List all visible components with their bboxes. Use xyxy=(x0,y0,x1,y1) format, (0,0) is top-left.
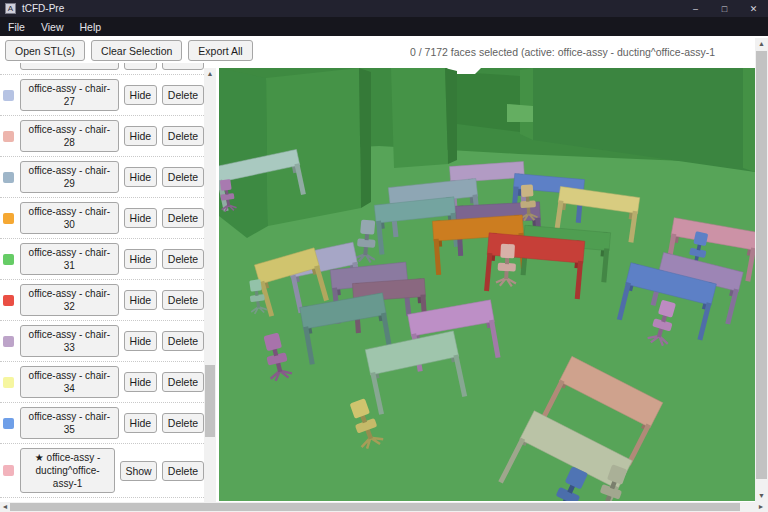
part-name-button[interactable]: office-assy - chair-30 xyxy=(20,202,119,234)
close-button[interactable]: ✕ xyxy=(739,0,768,17)
delete-button[interactable]: Delete xyxy=(162,126,204,146)
color-swatch xyxy=(3,418,14,429)
delete-button[interactable]: Delete xyxy=(162,249,204,269)
list-item: ★ office-assy - ducting^office-assy-1 Sh… xyxy=(0,444,204,498)
title-bar: A tCFD-Pre – □ ✕ xyxy=(0,0,768,17)
scroll-down-icon[interactable]: ▼ xyxy=(755,491,768,501)
hide-show-button[interactable]: Hide xyxy=(124,413,157,433)
hide-show-button[interactable]: Hide xyxy=(124,372,157,392)
menu-bar: File View Help xyxy=(0,17,768,36)
color-swatch xyxy=(3,213,14,224)
part-name-button[interactable]: ★ office-assy - ducting^office-assy-1 xyxy=(20,448,115,493)
wall xyxy=(219,68,268,238)
wall xyxy=(743,68,755,172)
delete-button[interactable]: Delete xyxy=(162,413,204,433)
vertical-scrollbar[interactable]: ▲ ▼ xyxy=(755,38,768,502)
viewport-3d[interactable] xyxy=(219,68,755,501)
hide-show-button[interactable]: Hide xyxy=(124,85,157,105)
scroll-up-icon[interactable]: ▲ xyxy=(755,39,768,49)
main-content: Open STL(s) Clear Selection Export All 0… xyxy=(0,36,768,512)
list-item xyxy=(0,63,204,75)
color-swatch xyxy=(3,295,14,306)
delete-button[interactable]: Delete xyxy=(162,167,204,187)
hide-show-button[interactable]: Hide xyxy=(124,331,157,351)
toolbar: Open STL(s) Clear Selection Export All xyxy=(5,40,259,62)
hide-show-button[interactable]: Show xyxy=(120,461,157,481)
color-swatch xyxy=(3,336,14,347)
open-stl-button[interactable]: Open STL(s) xyxy=(5,40,85,61)
app-icon: A xyxy=(5,3,16,14)
delete-button[interactable] xyxy=(162,63,204,70)
horizontal-scrollbar-thumb[interactable] xyxy=(10,503,740,511)
wall xyxy=(266,68,361,226)
hide-show-button[interactable]: Hide xyxy=(124,249,157,269)
delete-button[interactable]: Delete xyxy=(162,461,204,481)
clear-selection-button[interactable]: Clear Selection xyxy=(91,40,182,61)
hide-show-button[interactable]: Hide xyxy=(124,290,157,310)
list-item: office-assy - chair-33 Hide Delete xyxy=(0,321,204,362)
parts-list: office-assy - chair-27 Hide Delete offic… xyxy=(0,63,204,501)
list-item: office-assy - chair-35 Hide Delete xyxy=(0,403,204,444)
color-swatch xyxy=(3,63,14,66)
list-item: office-assy - chair-34 Hide Delete xyxy=(0,362,204,403)
window-controls: – □ ✕ xyxy=(681,0,768,17)
list-item: office-assy - chair-31 Hide Delete xyxy=(0,239,204,280)
scroll-up-icon[interactable]: ▲ xyxy=(204,69,216,79)
menu-file[interactable]: File xyxy=(0,17,33,36)
wall xyxy=(391,68,448,168)
wall xyxy=(507,104,533,122)
list-item: office-assy - chair-27 Hide Delete xyxy=(0,75,204,116)
status-text: 0 / 7172 faces selected (active: office-… xyxy=(410,46,755,60)
delete-button[interactable]: Delete xyxy=(162,85,204,105)
delete-button[interactable]: Delete xyxy=(162,372,204,392)
color-swatch xyxy=(3,377,14,388)
minimize-button[interactable]: – xyxy=(681,0,710,17)
wall xyxy=(359,68,371,208)
list-item: office-assy - chair-28 Hide Delete xyxy=(0,116,204,157)
part-name-button[interactable]: office-assy - chair-32 xyxy=(20,284,119,316)
part-name-button[interactable]: office-assy - chair-27 xyxy=(20,79,119,111)
window-title: tCFD-Pre xyxy=(22,3,64,14)
hide-show-button[interactable]: Hide xyxy=(124,208,157,228)
scroll-right-icon[interactable]: ► xyxy=(756,502,766,512)
color-swatch xyxy=(3,131,14,142)
sidebar-scrollbar-thumb[interactable] xyxy=(205,365,215,437)
scroll-left-icon[interactable]: ◄ xyxy=(0,502,10,512)
color-swatch xyxy=(3,254,14,265)
wall xyxy=(520,68,533,140)
part-name-button[interactable] xyxy=(20,63,119,70)
horizontal-scrollbar[interactable]: ◄ ► xyxy=(0,502,768,512)
export-all-button[interactable]: Export All xyxy=(188,40,252,61)
maximize-button[interactable]: □ xyxy=(710,0,739,17)
hide-show-button[interactable] xyxy=(124,63,157,70)
menu-view[interactable]: View xyxy=(33,17,72,36)
color-swatch xyxy=(3,172,14,183)
list-item: office-assy - chair-32 Hide Delete xyxy=(0,280,204,321)
vertical-scrollbar-thumb[interactable] xyxy=(756,51,767,479)
list-item: office-assy - inlet^office-assy-1 Hide D… xyxy=(0,498,204,501)
sidebar-scrollbar[interactable]: ▲ xyxy=(204,68,216,502)
hide-show-button[interactable]: Hide xyxy=(124,126,157,146)
part-name-button[interactable]: office-assy - chair-28 xyxy=(20,120,119,152)
delete-button[interactable]: Delete xyxy=(162,331,204,351)
wall xyxy=(457,72,520,132)
part-name-button[interactable]: office-assy - chair-34 xyxy=(20,366,119,398)
color-swatch xyxy=(3,90,14,101)
delete-button[interactable]: Delete xyxy=(162,208,204,228)
list-item: office-assy - chair-29 Hide Delete xyxy=(0,157,204,198)
part-name-button[interactable]: office-assy - chair-31 xyxy=(20,243,119,275)
delete-button[interactable]: Delete xyxy=(162,290,204,310)
color-swatch xyxy=(3,465,14,476)
scene-canvas[interactable] xyxy=(219,68,755,501)
list-item: office-assy - chair-30 Hide Delete xyxy=(0,198,204,239)
menu-help[interactable]: Help xyxy=(72,17,110,36)
part-name-button[interactable]: office-assy - chair-35 xyxy=(20,407,119,439)
hide-show-button[interactable]: Hide xyxy=(124,167,157,187)
part-name-button[interactable]: office-assy - chair-29 xyxy=(20,161,119,193)
part-name-button[interactable]: office-assy - chair-33 xyxy=(20,325,119,357)
